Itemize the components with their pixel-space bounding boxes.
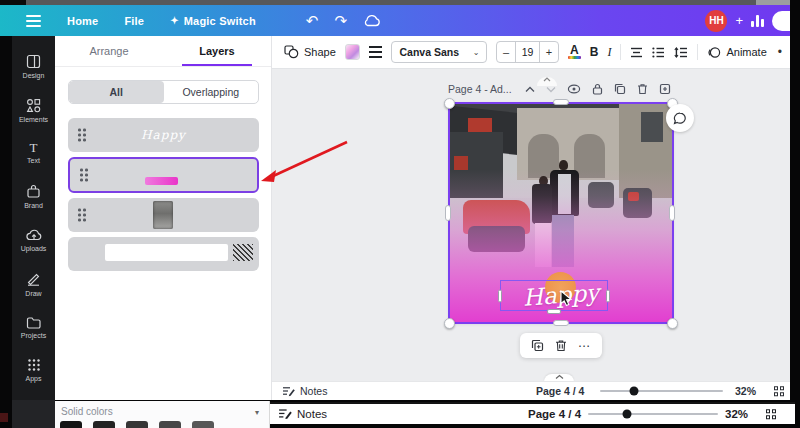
layers-list: Happy xyxy=(68,118,259,276)
shape-button[interactable]: Shape xyxy=(284,45,336,59)
resize-handle-top[interactable] xyxy=(553,99,569,105)
sidebar-label: Uploads xyxy=(21,245,47,252)
menu-file[interactable]: File xyxy=(124,15,144,27)
sidebar-label: Projects xyxy=(21,332,46,339)
sidebar-item-elements[interactable]: Elements xyxy=(19,98,48,123)
color-swatch[interactable] xyxy=(192,421,214,428)
duplicate-icon[interactable] xyxy=(531,339,544,352)
bold-button[interactable]: B xyxy=(590,45,599,59)
resize-handle-bottom[interactable] xyxy=(553,320,569,326)
segment-overlapping[interactable]: Overlapping xyxy=(164,81,259,103)
color-swatch[interactable] xyxy=(126,421,148,428)
text-color-button[interactable]: A xyxy=(568,45,581,59)
layers-panel: Arrange Layers All Overlapping Happy xyxy=(55,36,272,400)
panel-tabs: Arrange Layers xyxy=(55,36,271,67)
notes-button[interactable]: Notes xyxy=(282,385,327,397)
sidebar-item-design[interactable]: Design xyxy=(23,54,45,79)
hamburger-menu-icon[interactable] xyxy=(26,15,41,27)
resize-handle-top-left[interactable] xyxy=(444,98,455,109)
zoom-slider[interactable] xyxy=(600,390,723,392)
sidebar-item-projects[interactable]: Projects xyxy=(21,316,46,339)
analytics-icon[interactable] xyxy=(751,15,764,27)
tab-layers[interactable]: Layers xyxy=(163,36,271,66)
zoom-slider-knob[interactable] xyxy=(623,410,632,419)
fill-color-swatch[interactable] xyxy=(345,44,361,60)
alignment-button[interactable] xyxy=(630,47,643,58)
notes-button[interactable]: Notes xyxy=(278,408,327,420)
border-style-icon[interactable] xyxy=(369,46,382,59)
sidebar: Design Elements T Text Brand Uploads Dra… xyxy=(12,36,55,400)
sidebar-item-uploads[interactable]: Uploads xyxy=(21,228,47,252)
segment-all[interactable]: All xyxy=(69,81,164,103)
text-handle-bottom[interactable] xyxy=(547,309,561,314)
notes-label: Notes xyxy=(297,408,327,420)
layer-photo-thumbnail xyxy=(153,201,173,229)
sidebar-label: Brand xyxy=(24,202,43,209)
divider xyxy=(620,44,621,60)
tab-arrange[interactable]: Arrange xyxy=(55,36,163,66)
move-page-up-icon[interactable] xyxy=(525,86,535,93)
hide-page-icon[interactable] xyxy=(567,84,581,94)
bullet-list-button[interactable] xyxy=(652,47,665,58)
layer-item-text[interactable]: Happy xyxy=(68,118,259,152)
strip-sidebar-fragment xyxy=(12,400,55,428)
layer-item-background[interactable] xyxy=(68,237,259,271)
line-spacing-button[interactable] xyxy=(674,47,688,58)
text-handle-left[interactable] xyxy=(498,289,502,302)
trash-icon[interactable] xyxy=(555,339,567,352)
lock-page-icon[interactable] xyxy=(592,83,603,95)
toolbar-more-icon[interactable]: • xyxy=(778,45,782,59)
sidebar-item-text[interactable]: T Text xyxy=(27,142,40,164)
elements-icon xyxy=(26,98,41,113)
font-size-decrease-button[interactable]: – xyxy=(497,42,515,62)
move-page-down-icon[interactable] xyxy=(546,86,556,93)
color-swatch[interactable] xyxy=(60,421,82,428)
avatar[interactable]: HH xyxy=(705,10,727,32)
page-actions-toolbar: ⋯ xyxy=(520,333,602,358)
left-edge-strip xyxy=(0,36,12,400)
animate-button[interactable]: Animate xyxy=(707,46,766,59)
color-swatch[interactable] xyxy=(159,421,181,428)
duplicate-page-icon[interactable] xyxy=(614,83,626,95)
grid-view-icon[interactable] xyxy=(766,409,776,419)
menu-magic-switch[interactable]: ✦ Magic Switch xyxy=(170,15,256,27)
layer-item-gradient-selected[interactable] xyxy=(68,157,259,193)
layer-item-photo[interactable] xyxy=(68,198,259,232)
sidebar-item-draw[interactable]: Draw xyxy=(25,272,41,297)
divider xyxy=(697,44,698,60)
undo-icon[interactable]: ↶ xyxy=(306,12,319,30)
resize-handle-bottom-left[interactable] xyxy=(444,318,455,329)
sidebar-item-brand[interactable]: Brand xyxy=(24,184,43,209)
color-swatch[interactable] xyxy=(93,421,115,428)
text-element-selection[interactable] xyxy=(500,280,608,311)
font-name: Canva Sans xyxy=(399,46,459,58)
font-size-value[interactable]: 19 xyxy=(515,42,540,62)
zoom-slider[interactable] xyxy=(588,413,718,415)
zoom-slider-knob[interactable] xyxy=(630,387,639,396)
drag-handle-icon[interactable] xyxy=(80,169,88,182)
menu-home[interactable]: Home xyxy=(67,15,98,27)
brand-icon xyxy=(26,184,41,199)
drag-handle-icon[interactable] xyxy=(78,209,86,222)
text-handle-right[interactable] xyxy=(606,289,610,302)
redo-icon[interactable]: ↷ xyxy=(334,12,347,30)
grid-view-icon[interactable] xyxy=(774,386,784,396)
share-button-partial[interactable] xyxy=(772,11,790,31)
cloud-status-icon[interactable] xyxy=(363,14,381,27)
italic-button[interactable]: I xyxy=(607,45,611,60)
page-title[interactable]: Page 4 - Ad... xyxy=(448,83,512,95)
resize-handle-bottom-right[interactable] xyxy=(667,318,678,329)
sidebar-item-apps[interactable]: Apps xyxy=(26,358,42,382)
more-options-icon[interactable]: ⋯ xyxy=(578,339,591,353)
font-family-select[interactable]: Canva Sans ⌄ xyxy=(391,41,487,63)
comment-button[interactable] xyxy=(666,104,694,132)
status-bar-duplicate: Notes Page 4 / 4 32% xyxy=(270,402,795,424)
add-page-icon[interactable] xyxy=(659,83,671,95)
resize-handle-left[interactable] xyxy=(445,205,451,221)
resize-handle-right[interactable] xyxy=(669,205,675,221)
font-size-increase-button[interactable]: + xyxy=(540,42,558,62)
add-member-button[interactable]: + xyxy=(735,13,743,28)
caret-down-icon[interactable]: ▾ xyxy=(255,408,259,417)
page-image[interactable]: Happy xyxy=(450,104,672,322)
delete-page-icon[interactable] xyxy=(637,83,648,95)
